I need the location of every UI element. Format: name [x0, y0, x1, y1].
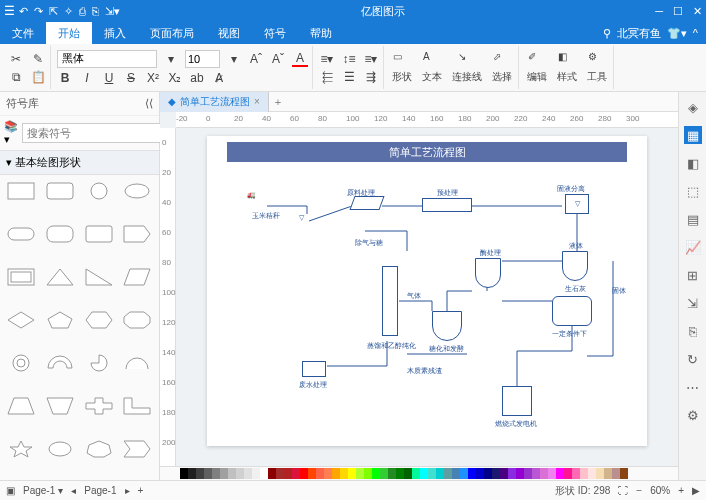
shape-chevron[interactable] [120, 437, 154, 461]
color-swatch[interactable] [468, 468, 476, 479]
color-swatch[interactable] [204, 468, 212, 479]
font-size-select[interactable] [185, 50, 220, 68]
color-swatch[interactable] [380, 468, 388, 479]
shape-button[interactable]: ▭形状 [392, 51, 412, 84]
table-icon[interactable]: ⊞ [684, 266, 702, 284]
print-icon[interactable]: ⎘ [92, 5, 99, 17]
color-swatch[interactable] [332, 468, 340, 479]
add-page-icon[interactable]: + [138, 485, 144, 496]
color-swatch[interactable] [484, 468, 492, 479]
share-icon[interactable]: ⇲▾ [105, 5, 120, 18]
color-swatch[interactable] [364, 468, 372, 479]
color-swatch[interactable] [564, 468, 572, 479]
shape-cross[interactable] [82, 394, 116, 418]
color-swatch[interactable] [532, 468, 540, 479]
color-swatch[interactable] [524, 468, 532, 479]
color-swatch[interactable] [308, 468, 316, 479]
shape-diamond[interactable] [4, 308, 38, 332]
align-center-icon[interactable]: ☰ [341, 69, 357, 85]
color-swatch[interactable] [212, 468, 220, 479]
shape-truck[interactable]: 🚛 [247, 191, 256, 199]
shape-generator[interactable] [502, 386, 532, 416]
tab-help[interactable]: 帮助 [298, 22, 344, 44]
shape-trapezoid[interactable] [4, 394, 38, 418]
shape-conveyor[interactable] [349, 196, 384, 210]
settings-icon[interactable]: ⚙ [684, 406, 702, 424]
fit-view-icon[interactable]: ⛶ [618, 485, 628, 496]
shape-tab[interactable] [120, 222, 154, 246]
next-page-icon[interactable]: ▸ [125, 485, 130, 496]
color-swatch[interactable] [292, 468, 300, 479]
color-swatch[interactable] [436, 468, 444, 479]
shape-blob[interactable] [43, 437, 77, 461]
color-swatch[interactable] [300, 468, 308, 479]
zoom-out-icon[interactable]: − [636, 485, 642, 496]
close-icon[interactable]: ✕ [693, 5, 702, 18]
export-panel-icon[interactable]: ⇲ [684, 294, 702, 312]
color-swatch[interactable] [196, 468, 204, 479]
shape-pill[interactable] [4, 222, 38, 246]
color-swatch[interactable] [276, 468, 284, 479]
zoom-in-icon[interactable]: + [678, 485, 684, 496]
export-icon[interactable]: ⇱ [49, 5, 58, 18]
connector-button[interactable]: ↘连接线 [452, 51, 482, 84]
color-swatch[interactable] [252, 468, 260, 479]
shape-reactor[interactable] [552, 296, 592, 326]
link-icon[interactable]: ⎘ [684, 322, 702, 340]
shape-halfring[interactable] [43, 351, 77, 375]
align-distribute-icon[interactable]: ≡▾ [363, 51, 379, 67]
user-name[interactable]: 北冥有鱼 [617, 26, 661, 41]
color-swatch[interactable] [548, 468, 556, 479]
color-swatch[interactable] [444, 468, 452, 479]
new-icon[interactable]: ✧ [64, 5, 73, 18]
shape-circle[interactable] [82, 179, 116, 203]
style-button[interactable]: ◧样式 [557, 51, 577, 84]
text-button[interactable]: A文本 [422, 51, 442, 84]
color-swatch[interactable] [220, 468, 228, 479]
color-swatch[interactable] [428, 468, 436, 479]
shape-frame[interactable] [4, 265, 38, 289]
page-selector[interactable]: Page-1 ▾ [23, 485, 63, 496]
format-painter-icon[interactable]: ✎ [30, 51, 46, 67]
highlight-icon[interactable]: ab [189, 70, 205, 86]
category-basic-shapes[interactable]: ▾ 基本绘图形状 [0, 150, 159, 175]
tools-button[interactable]: ⚙工具 [587, 51, 607, 84]
decrease-font-icon[interactable]: Aˇ [270, 51, 286, 67]
shape-tank-liquid[interactable] [562, 251, 588, 281]
color-swatch[interactable] [388, 468, 396, 479]
canvas[interactable]: 简单工艺流程图 [176, 128, 678, 466]
search-input[interactable] [22, 123, 170, 143]
redo-icon[interactable]: ↷ [34, 5, 43, 18]
color-swatch[interactable] [588, 468, 596, 479]
zoom-level[interactable]: 60% [650, 485, 670, 496]
dropdown-icon[interactable]: ▾ [163, 51, 179, 67]
presentation-icon[interactable]: ▶ [692, 485, 700, 496]
align-left-icon[interactable]: ⬱ [319, 69, 335, 85]
increase-font-icon[interactable]: Aˆ [248, 51, 264, 67]
new-tab-button[interactable]: + [269, 96, 287, 108]
minimize-icon[interactable]: ─ [655, 5, 663, 18]
color-swatch[interactable] [236, 468, 244, 479]
shape-roundrect3[interactable] [82, 222, 116, 246]
font-color-icon[interactable]: A [292, 51, 308, 67]
dropdown-icon[interactable]: ▾ [226, 51, 242, 67]
color-swatch[interactable] [340, 468, 348, 479]
color-swatch[interactable] [260, 468, 268, 479]
collapse-panel-icon[interactable]: ⟨⟨ [145, 97, 153, 110]
edit-button[interactable]: ✐编辑 [527, 51, 547, 84]
close-tab-icon[interactable]: × [254, 96, 260, 107]
color-swatch[interactable] [508, 468, 516, 479]
shape-ellipse[interactable] [120, 179, 154, 203]
tab-insert[interactable]: 插入 [92, 22, 138, 44]
subscript-icon[interactable]: X₂ [167, 70, 183, 86]
page-layout-icon[interactable]: ▣ [6, 485, 15, 496]
color-swatch[interactable] [356, 468, 364, 479]
maximize-icon[interactable]: ☐ [673, 5, 683, 18]
font-name-select[interactable] [57, 50, 157, 68]
shape-separator[interactable]: ▽ [565, 194, 589, 214]
color-swatch[interactable] [412, 468, 420, 479]
pages-icon[interactable]: ▤ [684, 210, 702, 228]
color-swatch[interactable] [180, 468, 188, 479]
tab-symbol[interactable]: 符号 [252, 22, 298, 44]
shape-roundrect[interactable] [43, 179, 77, 203]
